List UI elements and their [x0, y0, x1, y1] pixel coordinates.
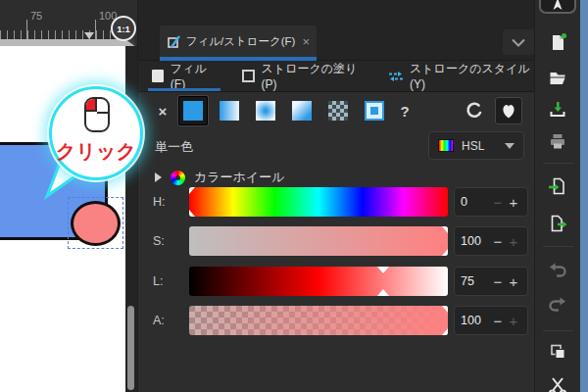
slider-marker[interactable] [377, 289, 389, 296]
tab-fill-stroke[interactable]: フィル/ストローク(F) × [160, 25, 317, 57]
plus-button[interactable]: + [506, 233, 521, 250]
rainbow-icon [438, 139, 454, 152]
slider-marker[interactable] [442, 226, 448, 233]
pointer-tool-button[interactable] [539, 0, 576, 14]
lightness-slider-row: L: 75 − + [138, 267, 534, 296]
linear-gradient-button[interactable] [215, 96, 244, 125]
hue-slider-row: H: 0 − + [138, 187, 534, 217]
selection-dashed-box [68, 197, 123, 249]
fill-stroke-icon [167, 34, 181, 49]
dock-header: フィル/ストローク(F) × [138, 0, 534, 61]
tab-stroke-style[interactable]: ストロークのスタイル(Y) [388, 61, 534, 91]
plus-button[interactable]: + [506, 194, 521, 211]
dock-collapse-button[interactable] [503, 29, 534, 55]
flat-color-mode-label: 単一色 [155, 138, 193, 156]
plus-button[interactable]: + [506, 273, 521, 290]
fill-rule-nonzero-button[interactable] [495, 97, 522, 124]
swatch-icon [365, 101, 384, 121]
duplicate-icon[interactable] [548, 342, 567, 362]
redo-icon[interactable] [548, 295, 567, 315]
nonzero-icon [499, 101, 518, 121]
color-wheel-icon [171, 171, 185, 185]
radial-gradient-icon [256, 101, 275, 121]
dropdown-arrow-icon [505, 143, 514, 149]
print-icon[interactable] [548, 131, 567, 151]
lightness-label: L: [153, 267, 184, 296]
flat-color-icon [183, 101, 203, 121]
slider-marker[interactable] [442, 306, 448, 313]
unknown-paint-button[interactable]: ? [396, 103, 414, 120]
alpha-value[interactable]: 100 [461, 314, 490, 327]
linear-gradient-icon [220, 101, 239, 121]
pattern-icon [328, 101, 348, 121]
stroke-square-icon [242, 70, 254, 82]
hue-slider[interactable] [189, 187, 448, 217]
open-folder-icon[interactable] [548, 68, 567, 87]
color-wheel-label: カラーホイール [194, 169, 285, 186]
import-icon[interactable] [548, 176, 567, 196]
cut-icon[interactable] [548, 377, 567, 392]
saturation-spinbox[interactable]: 100 − + [454, 226, 528, 256]
hue-label: H: [153, 187, 184, 217]
fill-square-icon [152, 70, 164, 82]
slider-marker[interactable] [442, 328, 448, 335]
ruler-label-75: 75 [30, 10, 42, 22]
ruler-position-marker [84, 32, 94, 39]
alpha-slider[interactable] [189, 306, 448, 335]
radial-gradient-button[interactable] [251, 96, 280, 125]
color-wheel-expander[interactable]: カラーホイール [155, 169, 285, 186]
click-annotation-bubble: クリック [49, 86, 143, 180]
alpha-label: A: [153, 306, 184, 335]
tab-fill[interactable]: フィル(F) [152, 61, 217, 91]
slider-marker[interactable] [377, 267, 389, 273]
tab-stroke-paint[interactable]: ストロークの塗り(P) [242, 61, 363, 91]
new-document-icon[interactable] [548, 32, 567, 52]
toolbar-separator [543, 163, 573, 164]
fill-rule-evenodd-button[interactable] [461, 97, 488, 124]
pattern-button[interactable] [323, 96, 353, 125]
hue-spinbox[interactable]: 0 − + [454, 187, 528, 217]
click-label: クリック [52, 138, 140, 165]
save-icon[interactable] [548, 99, 567, 119]
swatch-button[interactable] [360, 96, 389, 125]
minus-button[interactable]: − [490, 313, 506, 329]
color-space-dropdown[interactable]: HSL [428, 131, 524, 160]
slider-marker[interactable] [442, 249, 448, 256]
tab-stroke-style-label: ストロークのスタイル(Y) [410, 61, 534, 91]
window-edge-strip [580, 0, 588, 392]
saturation-label: S: [153, 226, 184, 256]
stroke-style-icon [388, 71, 403, 82]
alpha-spinbox[interactable]: 100 − + [454, 306, 528, 335]
mouse-icon [84, 97, 110, 132]
hue-value[interactable]: 0 [461, 195, 490, 209]
paint-type-toolbar: × ? [138, 92, 534, 129]
minus-button[interactable]: − [490, 273, 506, 290]
scrollbar-thumb[interactable] [127, 306, 134, 390]
no-paint-button[interactable]: × [154, 103, 172, 120]
flat-color-button[interactable] [178, 96, 208, 125]
mesh-gradient-button[interactable] [287, 96, 317, 125]
chevron-down-icon [511, 38, 526, 47]
plus-button[interactable]: + [506, 313, 521, 329]
fill-stroke-panel: フィル/ストローク(F) × フィル(F) ストロークの塗り(P) [137, 0, 534, 392]
slider-marker[interactable] [189, 210, 195, 217]
tab-label: フィル/ストローク(F) [186, 34, 296, 49]
export-icon[interactable] [548, 214, 567, 233]
slider-marker[interactable] [189, 187, 195, 194]
minus-button[interactable]: − [490, 194, 506, 211]
lightness-spinbox[interactable]: 75 − + [454, 267, 528, 296]
evenodd-icon [465, 101, 484, 121]
color-space-value: HSL [462, 139, 484, 153]
tab-close-icon[interactable]: × [302, 34, 310, 49]
minus-button[interactable]: − [490, 233, 506, 250]
zoom-1-1-badge: 1:1 [111, 16, 136, 41]
alpha-slider-row: A: 100 − + [138, 306, 534, 335]
ruler-major-tick [26, 20, 27, 39]
alpha-gradient-overlay [189, 306, 448, 335]
undo-icon[interactable] [548, 261, 567, 280]
saturation-slider[interactable] [189, 226, 448, 256]
canvas-top-edge [0, 39, 134, 46]
saturation-value[interactable]: 100 [461, 234, 490, 248]
lightness-slider[interactable] [189, 267, 448, 296]
lightness-value[interactable]: 75 [461, 274, 490, 288]
